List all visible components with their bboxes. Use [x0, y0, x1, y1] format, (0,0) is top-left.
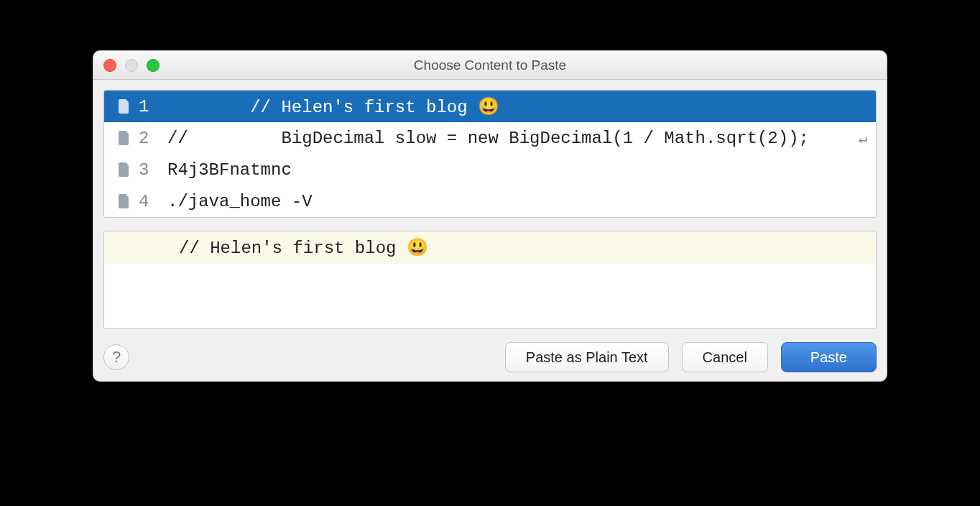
document-icon [117, 161, 131, 178]
close-icon[interactable] [103, 59, 116, 72]
item-index: 1 [139, 97, 154, 116]
help-icon: ? [112, 348, 121, 367]
item-index: 2 [139, 129, 154, 148]
titlebar: Choose Content to Paste [93, 51, 887, 80]
item-content: // BigDecimal slow = new BigDecimal(1 / … [167, 129, 859, 148]
paste-button[interactable]: Paste [781, 342, 877, 372]
dialog-window: Choose Content to Paste 1 // Helen's fir… [93, 50, 887, 382]
minimize-icon [125, 59, 138, 72]
item-content: // Helen's first blog 😃 [167, 96, 876, 117]
clipboard-item[interactable]: 3 R4j3BFnatmnc [104, 154, 876, 185]
cancel-button[interactable]: Cancel [682, 342, 768, 372]
paste-plain-text-button[interactable]: Paste as Plain Text [505, 342, 669, 372]
return-icon: ↵ [859, 129, 867, 147]
document-icon [117, 193, 131, 210]
item-index: 4 [139, 192, 154, 211]
traffic-lights [103, 59, 160, 72]
clipboard-list: 1 // Helen's first blog 😃 2 // BigDecima… [103, 90, 877, 218]
help-button[interactable]: ? [103, 344, 129, 370]
window-title: Choose Content to Paste [93, 58, 887, 73]
clipboard-item[interactable]: 4 ./java_home -V [104, 185, 876, 217]
dialog-content: 1 // Helen's first blog 😃 2 // BigDecima… [93, 80, 887, 381]
item-content: R4j3BFnatmnc [167, 160, 876, 180]
clipboard-item[interactable]: 2 // BigDecimal slow = new BigDecimal(1 … [104, 122, 876, 154]
preview-panel: // Helen's first blog 😃 [103, 231, 877, 329]
preview-text: // Helen's first blog 😃 [104, 231, 876, 264]
document-icon [117, 98, 131, 115]
item-content: ./java_home -V [167, 192, 876, 211]
clipboard-item[interactable]: 1 // Helen's first blog 😃 [104, 91, 876, 122]
dialog-footer: ? Paste as Plain Text Cancel Paste [103, 342, 877, 372]
zoom-icon[interactable] [147, 59, 160, 72]
document-icon [117, 129, 131, 147]
item-index: 3 [139, 160, 154, 180]
